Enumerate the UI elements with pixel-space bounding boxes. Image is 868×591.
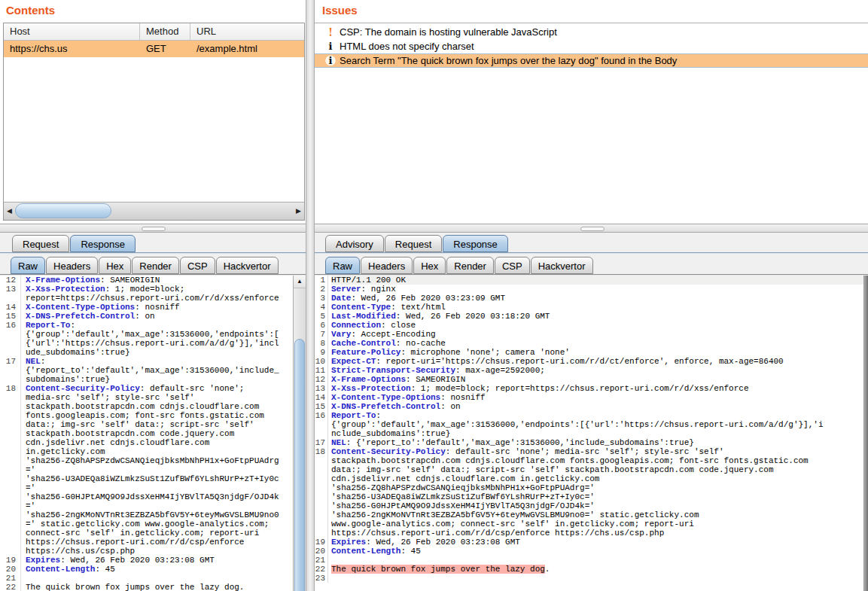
code-line: 7Vary: Accept-Encoding (315, 330, 863, 339)
line-number (0, 510, 21, 519)
line-number: 12 (315, 375, 328, 384)
column-header-method[interactable]: Method (140, 23, 190, 40)
tab-advisory[interactable]: Advisory (325, 235, 384, 252)
contents-table: Host Method URL https://chs.usGET/exampl… (3, 23, 305, 221)
line-number (315, 492, 328, 501)
horizontal-split-divider-right[interactable] (315, 224, 868, 233)
code-text: Date: Wed, 26 Feb 2020 03:23:09 GMT (331, 294, 863, 303)
line-number (0, 393, 21, 402)
code-line: 21 (0, 574, 293, 583)
burp-target-window: Contents Host Method URL https://chs.usG… (0, 0, 868, 591)
code-text: Last-Modified: Wed, 26 Feb 2020 03:18:20… (331, 312, 863, 321)
horizontal-split-divider-left[interactable] (0, 224, 306, 233)
code-text: subdomains':true} (26, 375, 293, 384)
tab-request[interactable]: Request (12, 235, 69, 252)
line-number (0, 411, 21, 420)
subtab-hex[interactable]: Hex (99, 257, 131, 274)
subtab-raw[interactable]: Raw (325, 257, 360, 274)
subtab-csp[interactable]: CSP (495, 257, 530, 274)
subtab-headers[interactable]: Headers (361, 257, 413, 274)
tab-response[interactable]: Response (443, 235, 508, 252)
subtab-raw[interactable]: Raw (11, 257, 45, 274)
line-number: 13 (0, 285, 21, 294)
divider-grip[interactable] (580, 227, 605, 231)
code-line: 15X-DNS-Prefetch-Control: on (0, 312, 293, 321)
line-number: 7 (315, 330, 328, 339)
column-header-host[interactable]: Host (4, 23, 140, 40)
code-line: in.getclicky.com (0, 447, 293, 456)
left-response-raw-text[interactable]: 12X-Frame-Options: SAMEORIGIN13X-Xss-Pro… (0, 276, 293, 591)
divider-grip[interactable] (142, 227, 166, 231)
code-text: {'group':'default','max_age':31536000,'e… (331, 420, 863, 429)
line-number: 17 (0, 357, 21, 366)
table-cell-method: GET (140, 41, 190, 57)
header-name: Content-Security-Policy (26, 384, 140, 393)
code-text: {'url':'https://chsus.report-uri.com/a/d… (26, 339, 293, 348)
code-line: 9Feature-Policy: microphone 'none'; came… (315, 348, 863, 357)
code-text: data:; img-src 'self' data:; script-src … (26, 420, 293, 429)
issue-text: HTML does not specify charset (340, 41, 474, 52)
code-line: 12X-Frame-Options: SAMEORIGIN (0, 276, 293, 285)
code-line: 18Content-Security-Policy: default-src '… (0, 384, 293, 393)
issue-row[interactable]: iSearch Term "The quick brown fox jumps … (315, 53, 868, 68)
line-number: 20 (315, 547, 328, 556)
subtab-render[interactable]: Render (446, 257, 494, 274)
code-line: 'sha256-ZQ8hAPSPzdwCSANQieqjbksMbNhPH1x+… (0, 456, 293, 465)
line-number (0, 501, 21, 510)
subtab-render[interactable]: Render (132, 257, 179, 274)
table-row[interactable]: https://chs.usGET/example.html (4, 41, 304, 57)
code-line: 'sha256-U3ADEQa8iWZLmkzSuSt1ZufBWf6YLshR… (0, 474, 293, 483)
subtab-hackvertor[interactable]: Hackvertor (531, 257, 593, 274)
code-text: Content-Length: 45 (331, 547, 863, 556)
subtab-csp[interactable]: CSP (180, 257, 215, 274)
subtab-hackvertor[interactable]: Hackvertor (216, 257, 279, 274)
line-number (0, 330, 21, 339)
code-text: =' (26, 465, 293, 474)
right-response-raw-text[interactable]: 1HTTP/1.1 200 OK2Server: nginx3Date: Wed… (315, 276, 863, 591)
line-number (315, 429, 328, 438)
scroll-left-icon[interactable]: ◀ (4, 203, 15, 219)
line-number (0, 420, 21, 429)
code-text: Strict-Transport-Security: max-age=25920… (331, 366, 863, 375)
issue-message-viewer: AdvisoryRequestResponse RawHeadersHexRen… (315, 233, 868, 591)
code-text: ude_subdomains':true} (26, 348, 293, 357)
code-text (331, 556, 863, 565)
code-line: https://chsus.report-uri.com/r/d/csp/enf… (0, 538, 293, 547)
code-text (331, 574, 863, 583)
line-number: 16 (315, 411, 328, 420)
line-number (0, 375, 21, 384)
contents-horizontal-scrollbar[interactable]: ◀ ▶ (4, 202, 304, 220)
header-name: Content-Security-Policy (331, 447, 446, 456)
code-line: data:; img-src 'self' data:; script-src … (315, 465, 863, 474)
code-line: 12X-Frame-Options: SAMEORIGIN (315, 375, 863, 384)
vertical-split-divider[interactable] (306, 0, 315, 591)
horizontal-scrollbar-thumb[interactable] (15, 203, 111, 218)
tab-request[interactable]: Request (385, 235, 442, 252)
column-header-url[interactable]: URL (190, 23, 304, 40)
subtab-hex[interactable]: Hex (413, 257, 446, 274)
code-line: 23 (315, 574, 863, 583)
code-line: 13X-Xss-Protection: 1; mode=block; (0, 285, 293, 294)
header-name: X-Xss-Protection (26, 285, 105, 294)
issue-row[interactable]: !CSP: The domain is hosting vulnerable J… (315, 25, 868, 39)
line-number (0, 465, 21, 474)
code-text: =' static.getclicky.com www.google-analy… (26, 519, 293, 529)
line-number (0, 294, 21, 303)
code-text: X-DNS-Prefetch-Control: on (26, 312, 293, 321)
header-name: Vary (331, 330, 351, 339)
code-line: 14X-Content-Type-Options: nosniff (0, 303, 293, 312)
issue-row[interactable]: iHTML does not specify charset (315, 39, 868, 53)
code-line: 'sha256-G0HJPtAMQ9O9JdssXeHM4IjYBVlTA5Q3… (0, 492, 293, 501)
scroll-right-icon[interactable]: ▶ (293, 203, 304, 219)
tab-response[interactable]: Response (70, 235, 136, 252)
right-vertical-scrollbar[interactable] (863, 276, 868, 591)
scroll-up-icon[interactable]: ▲ (294, 276, 306, 288)
code-text: Server: nginx (331, 285, 863, 294)
code-line: =' (0, 465, 293, 474)
code-line: nclude_subdomains':true} (315, 429, 863, 438)
vertical-scrollbar-thumb[interactable] (294, 339, 305, 591)
header-name: X-Frame-Options (26, 276, 100, 285)
line-number: 3 (315, 294, 328, 303)
left-vertical-scrollbar[interactable]: ▲ (293, 276, 306, 591)
subtab-headers[interactable]: Headers (46, 257, 98, 274)
